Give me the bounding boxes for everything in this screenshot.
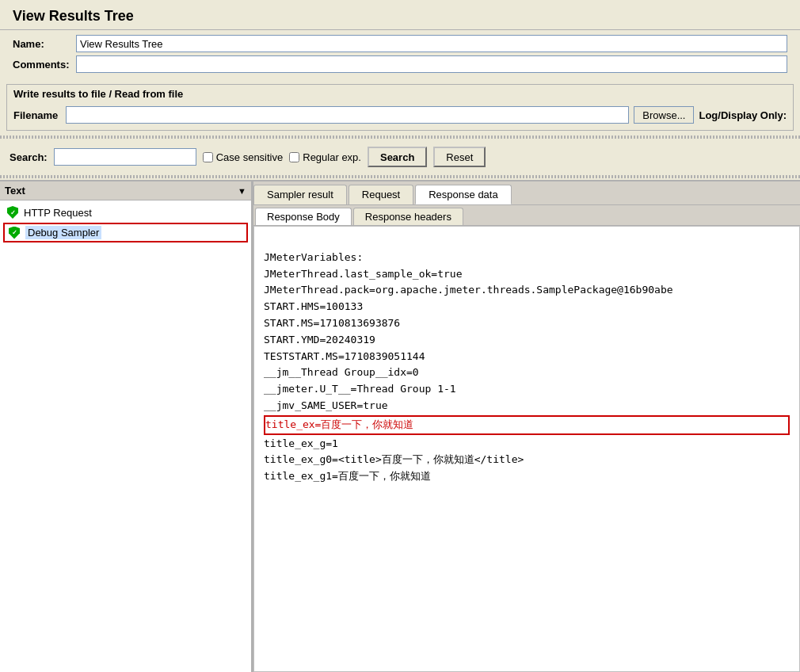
- filename-row: Filename Browse... Log/Display Only:: [7, 103, 793, 130]
- response-line-10: __jmv_SAME_USER=true: [264, 398, 790, 414]
- case-sensitive-label[interactable]: Case sensitive: [203, 151, 284, 163]
- http-request-label: HTTP Request: [24, 207, 92, 219]
- response-line-5: START.MS=1710813693876: [264, 315, 790, 332]
- response-line-4: START.HMS=100133: [264, 299, 790, 315]
- tree-dropdown-arrow[interactable]: ▼: [238, 186, 246, 196]
- debug-sampler-label: Debug Sampler: [25, 226, 101, 239]
- response-line-2: JMeterThread.last_sample_ok=true: [264, 266, 790, 283]
- tab-sampler-result[interactable]: Sampler result: [253, 185, 347, 204]
- tree-item-inner-http: HTTP Request: [6, 206, 92, 219]
- search-bar: Search: Case sensitive Regular exp. Sear…: [0, 140, 800, 174]
- tree-item-http-request[interactable]: HTTP Request: [0, 204, 251, 221]
- comments-input[interactable]: [76, 55, 787, 73]
- write-results-title: Write results to file / Read from file: [7, 85, 793, 103]
- response-line-highlight: title_ex=百度一下，你就知道: [264, 415, 790, 435]
- search-label: Search:: [10, 151, 48, 163]
- response-line-8: __jm__Thread Group__idx=0: [264, 365, 790, 381]
- name-input[interactable]: [76, 35, 787, 52]
- filename-label: Filename: [13, 109, 61, 121]
- filename-input[interactable]: [66, 106, 629, 124]
- response-content[interactable]: JMeterVariables: JMeterThread.last_sampl…: [253, 226, 800, 672]
- tree-header: Text ▼: [0, 181, 251, 200]
- main-tabs-row: Sampler result Request Response data: [253, 181, 800, 205]
- success-shield-icon-1: [6, 206, 19, 219]
- regular-exp-label[interactable]: Regular exp.: [289, 151, 361, 163]
- search-button[interactable]: Search: [368, 147, 427, 167]
- reset-button[interactable]: Reset: [433, 147, 486, 167]
- form-section: Name: Comments:: [0, 30, 800, 81]
- sub-tabs-row: Response Body Response headers: [253, 205, 800, 226]
- page-title-bar: View Results Tree: [0, 0, 800, 30]
- response-line-6: START.YMD=20240319: [264, 332, 790, 349]
- content-area: Text ▼ HTTP Request: [0, 180, 800, 672]
- browse-button[interactable]: Browse...: [634, 106, 694, 124]
- tab-response-data[interactable]: Response data: [415, 185, 511, 204]
- search-input[interactable]: [54, 148, 196, 166]
- sub-tab-response-body[interactable]: Response Body: [255, 208, 352, 225]
- sub-tab-response-headers[interactable]: Response headers: [353, 208, 463, 225]
- success-shield-icon-2: [8, 227, 21, 239]
- response-line-9: __jmeter.U_T__=Thread Group 1-1: [264, 381, 790, 398]
- response-line-1: JMeterVariables:: [264, 250, 790, 266]
- tree-panel: Text ▼ HTTP Request: [0, 181, 253, 672]
- tree-item-inner-debug[interactable]: Debug Sampler: [8, 226, 243, 239]
- comments-row: Comments:: [13, 55, 787, 73]
- tree-item-debug-sampler-wrapper: Debug Sampler: [3, 223, 248, 242]
- response-line-7: TESTSTART.MS=1710839051144: [264, 349, 790, 365]
- tree-header-label: Text: [5, 185, 25, 197]
- response-line-3: JMeterThread.pack=org.apache.jmeter.thre…: [264, 282, 790, 299]
- log-display-label: Log/Display Only:: [699, 109, 787, 121]
- page-title: View Results Tree: [13, 8, 134, 24]
- response-line-14: title_ex_g1=百度一下，你就知道: [264, 468, 790, 485]
- regular-exp-checkbox[interactable]: [289, 152, 299, 162]
- response-line-12: title_ex_g=1: [264, 436, 790, 452]
- response-line-empty: [264, 233, 790, 250]
- name-row: Name:: [13, 35, 787, 52]
- write-results-section: Write results to file / Read from file F…: [6, 84, 794, 131]
- tree-content: HTTP Request Debug Sampler: [0, 200, 251, 672]
- results-panel: Sampler result Request Response data Res…: [253, 181, 800, 672]
- separator-2: [0, 175, 800, 178]
- name-label: Name:: [13, 38, 76, 50]
- response-line-13: title_ex_g0=<title>百度一下，你就知道</title>: [264, 452, 790, 468]
- tab-request[interactable]: Request: [349, 185, 413, 204]
- separator-1: [0, 136, 800, 139]
- case-sensitive-checkbox[interactable]: [203, 152, 213, 162]
- comments-label: Comments:: [13, 59, 76, 71]
- main-container: View Results Tree Name: Comments: Write …: [0, 0, 800, 672]
